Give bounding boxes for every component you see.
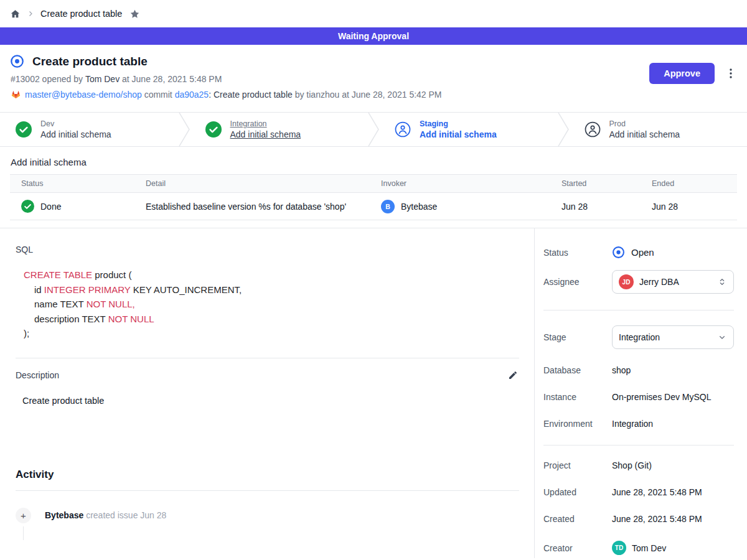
home-icon[interactable] (10, 9, 21, 19)
issue-meta-prefix: #13002 opened by (11, 74, 85, 84)
database-value: shop (612, 365, 631, 375)
chevron-up-down-icon (717, 277, 727, 287)
stage-separator-chevron (368, 113, 379, 146)
divider (16, 358, 519, 358)
sql-text: KEY AUTO_INCREMENT, (130, 284, 242, 295)
creator-avatar: TD (612, 541, 626, 555)
description-label: Description (16, 370, 59, 380)
stage-env-label: Staging (420, 119, 497, 128)
pipeline-stages: Dev Add initial schema Integration Add i… (0, 112, 747, 147)
task-status-text: Done (40, 202, 61, 212)
environment-value: Integration (612, 419, 653, 429)
issue-header: Create product table #13002 opened by To… (0, 45, 747, 112)
updated-field-label: Updated (543, 487, 612, 497)
stage-task-label[interactable]: Add initial schema (230, 129, 301, 139)
gitlab-icon (11, 89, 21, 100)
issue-author: Tom Dev (85, 74, 120, 84)
stage-separator-chevron (558, 113, 569, 146)
issue-sidebar: Status Open Assignee JD Jerry DBA Stage (534, 228, 747, 558)
approve-button[interactable]: Approve (649, 63, 715, 84)
activity-plus-icon: + (16, 508, 31, 523)
more-actions-button[interactable] (725, 65, 737, 82)
vcs-colon: : (209, 90, 214, 100)
vcs-commit-label: commit (142, 90, 175, 100)
sql-keyword: CREATE TABLE (24, 269, 92, 280)
col-header-invoker: Invoker (381, 175, 561, 193)
task-detail-text: Established baseline version %s for data… (146, 193, 381, 220)
col-header-detail: Detail (146, 175, 381, 193)
issue-meta: #13002 opened by Tom Dev at June 28, 202… (11, 74, 737, 84)
creator-name: Tom Dev (632, 543, 666, 553)
invoker-name: Bytebase (401, 202, 437, 212)
created-field-label: Created (543, 514, 612, 524)
assignee-select[interactable]: JD Jerry DBA (612, 270, 734, 294)
sql-keyword: NOT NULL (108, 314, 154, 324)
sql-text: id (34, 284, 44, 295)
vcs-branch-link[interactable]: master@bytebase-demo/shop (25, 90, 142, 100)
created-value: June 28, 2021 5:48 PM (612, 514, 702, 524)
stage-integration[interactable]: Integration Add initial schema (190, 113, 369, 146)
invoker-avatar: B (381, 200, 395, 213)
status-field-label: Status (543, 248, 612, 258)
stage-separator-chevron (179, 113, 190, 146)
sql-text: ); (24, 328, 29, 338)
divider (16, 490, 519, 491)
chevron-down-icon (717, 332, 727, 342)
activity-timeline-line (23, 526, 24, 540)
stage-task-label: Add initial schema (40, 129, 111, 139)
environment-field-label: Environment (543, 419, 612, 429)
col-header-status: Status (10, 175, 146, 193)
stage-env-label: Dev (40, 119, 111, 128)
instance-value: On-premises Dev MySQL (612, 392, 711, 402)
activity-action: created issue (83, 510, 140, 520)
vcs-commit-line: master@bytebase-demo/shop commit da90a25… (11, 89, 737, 100)
breadcrumb-title[interactable]: Create product table (40, 9, 122, 19)
description-text: Create product table (22, 396, 519, 406)
stage-pending-person-icon (585, 121, 601, 138)
stage-select[interactable]: Integration (612, 325, 734, 349)
issue-main-panel: SQL CREATE TABLE product ( id INTEGER PR… (0, 228, 534, 558)
page-title: Create product table (32, 55, 148, 68)
assignee-avatar: JD (619, 274, 634, 289)
task-section: Add initial schema Status Detail Invoker… (0, 147, 747, 220)
table-row[interactable]: Done Established baseline version %s for… (10, 193, 737, 220)
breadcrumb: Create product table (0, 0, 747, 27)
issue-open-status-icon (10, 54, 24, 68)
status-banner-text: Waiting Approval (338, 31, 409, 41)
status-value: Open (631, 247, 654, 258)
sql-code-block: CREATE TABLE product ( id INTEGER PRIMAR… (16, 268, 519, 341)
task-started-date: Jun 28 (561, 193, 652, 220)
divider (543, 310, 734, 310)
sql-section-label: SQL (16, 245, 519, 254)
stage-env-label: Integration (230, 119, 301, 128)
stage-done-check-icon (205, 121, 222, 138)
divider (543, 445, 734, 446)
vcs-commit-hash-link[interactable]: da90a25 (175, 90, 209, 100)
database-field-label: Database (543, 365, 612, 375)
assignee-field-label: Assignee (543, 277, 612, 287)
stage-prod[interactable]: Prod Add initial schema (569, 113, 747, 146)
vcs-commit-suffix: by tianzhou at June 28, 2021 5:42 PM (293, 90, 442, 100)
stage-done-check-icon (16, 121, 32, 138)
status-banner: Waiting Approval (0, 27, 747, 45)
stage-dev[interactable]: Dev Add initial schema (0, 113, 179, 146)
instance-field-label: Instance (543, 392, 612, 402)
task-done-check-icon (21, 200, 34, 213)
stage-env-label: Prod (609, 119, 680, 128)
edit-description-button[interactable] (507, 369, 519, 381)
activity-heading: Activity (16, 469, 519, 481)
col-header-started: Started (561, 175, 652, 193)
sql-text: description TEXT (34, 314, 108, 324)
project-value: Shop (Git) (612, 460, 652, 470)
task-ended-date: Jun 28 (652, 193, 737, 220)
project-field-label: Project (543, 460, 612, 470)
task-table: Status Detail Invoker Started Ended Done (10, 174, 737, 220)
stage-task-label: Add initial schema (420, 129, 497, 139)
favorite-star-icon[interactable] (128, 9, 140, 19)
stage-task-label: Add initial schema (609, 129, 680, 139)
stage-pending-person-icon (395, 121, 411, 138)
breadcrumb-chevron-icon (27, 10, 34, 17)
stage-staging[interactable]: Staging Add initial schema (379, 113, 558, 146)
col-header-ended: Ended (652, 175, 737, 193)
activity-date: Jun 28 (140, 510, 166, 520)
